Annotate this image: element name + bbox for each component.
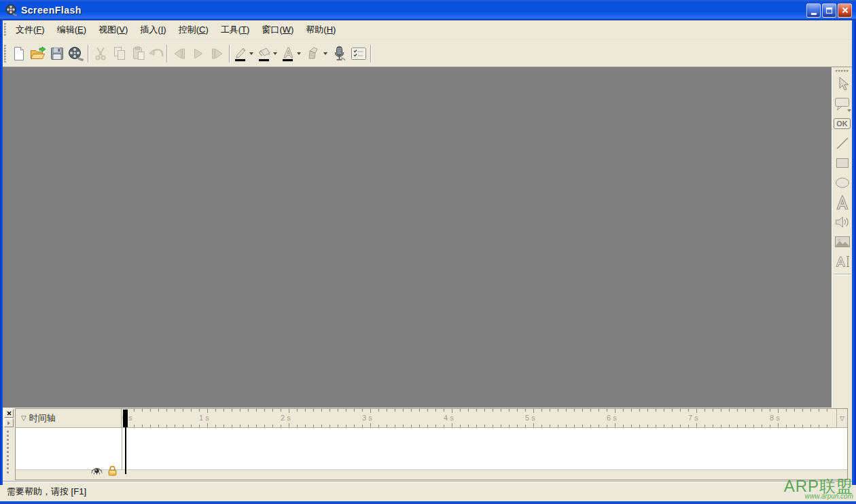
ruler-tick	[696, 423, 697, 427]
ruler-tick	[574, 409, 575, 412]
ruler-tick	[256, 409, 257, 412]
record-sound-button[interactable]	[330, 44, 349, 63]
timeline-grip-handle[interactable]	[7, 431, 10, 475]
menu-item-insert[interactable]: 插入(I)	[134, 21, 172, 39]
new-document-button[interactable]	[10, 44, 29, 63]
paste-button[interactable]	[129, 44, 148, 63]
undo-button[interactable]	[148, 44, 164, 63]
fill-color-icon	[256, 46, 272, 62]
fill-color-dropdown-icon[interactable]	[273, 52, 277, 55]
select-tool-button[interactable]	[834, 75, 851, 93]
collapse-triangle-icon[interactable]: ▽	[21, 414, 26, 422]
ruler-tick	[599, 409, 599, 412]
timeline-close-button[interactable]	[4, 409, 14, 418]
undo-icon	[148, 48, 164, 60]
ruler-tick	[721, 409, 721, 412]
ruler-tick	[329, 425, 330, 427]
toolbar-grip-handle[interactable]	[4, 45, 7, 62]
open-button[interactable]	[29, 44, 48, 63]
pen-color-dropdown-icon[interactable]	[249, 52, 253, 55]
ruler-tick	[232, 425, 232, 427]
quiz-form-button[interactable]	[349, 44, 368, 63]
save-button[interactable]	[48, 44, 67, 63]
font-color-icon	[281, 46, 296, 62]
ruler-tick	[819, 409, 819, 412]
playhead[interactable]	[123, 410, 128, 427]
ellipse-tool-button[interactable]	[834, 174, 851, 192]
menu-item-help[interactable]: 帮助(H)	[300, 21, 342, 39]
cut-button[interactable]	[91, 44, 110, 63]
font-color-dropdown-icon[interactable]	[297, 52, 301, 55]
title-bar[interactable]: ScreenFlash	[0, 0, 856, 20]
ruler-tick	[248, 409, 249, 412]
ruler-tick	[582, 409, 583, 412]
ruler-tick	[599, 425, 599, 427]
minimize-icon	[811, 13, 817, 15]
rectangle-tool-button[interactable]	[834, 154, 851, 172]
previous-frame-button[interactable]	[170, 44, 189, 63]
shape-style-dropdown-icon[interactable]	[323, 52, 327, 55]
ruler-tick	[313, 409, 314, 412]
export-movie-button[interactable]	[67, 44, 86, 63]
open-folder-icon	[30, 46, 46, 61]
ruler-tick	[281, 425, 281, 427]
pen-color-button[interactable]	[232, 44, 249, 63]
toolbar-separator	[88, 45, 89, 62]
ruler-tick	[476, 409, 477, 412]
menu-item-control[interactable]: 控制(C)	[173, 21, 215, 39]
ruler-tick	[387, 409, 387, 412]
timeline-ruler[interactable]: 0 s1 s2 s3 s4 s5 s6 s7 s8 s	[122, 409, 836, 427]
ruler-tick	[639, 409, 640, 412]
image-tool-button[interactable]	[834, 233, 851, 251]
palette-grip-handle[interactable]	[836, 70, 849, 73]
ruler-tick	[664, 425, 664, 427]
menu-item-view[interactable]: 视图(V)	[92, 21, 134, 39]
menu-item-file[interactable]: 文件(F)	[10, 21, 51, 39]
callout-tool-button[interactable]	[834, 95, 851, 113]
toolbar-separator	[370, 45, 372, 62]
menubar-grip-handle[interactable]	[4, 23, 7, 37]
close-button[interactable]	[838, 3, 852, 18]
ruler-tick	[248, 425, 249, 427]
ruler-options-button[interactable]: ▽	[836, 409, 847, 427]
fill-color-button[interactable]	[256, 44, 272, 63]
font-color-button[interactable]	[280, 44, 296, 63]
ruler-tick	[582, 425, 583, 427]
timeline-tracks-area[interactable]	[16, 428, 847, 470]
ruler-tick	[533, 423, 534, 427]
menu-item-edit[interactable]: 编辑(E)	[51, 21, 92, 39]
text-edit-icon	[834, 253, 851, 270]
text-tool-button[interactable]	[834, 194, 851, 211]
ruler-label: 4 s	[444, 414, 454, 422]
text-edit-tool-button[interactable]	[834, 253, 851, 270]
pen-color-icon	[233, 46, 248, 62]
main-toolbar	[3, 40, 852, 67]
ruler-tick	[517, 425, 518, 427]
shape-style-button[interactable]	[304, 44, 323, 63]
lock-icon[interactable]	[107, 465, 118, 476]
ruler-tick	[713, 409, 713, 412]
ruler-tick	[493, 409, 493, 412]
ruler-tick	[737, 409, 738, 412]
ok-button-tool-button[interactable]: OK	[834, 115, 851, 132]
play-button[interactable]	[189, 44, 208, 63]
menu-item-tools[interactable]: 工具(T)	[215, 21, 256, 39]
ruler-tick	[427, 409, 428, 412]
ruler-tick	[395, 425, 395, 427]
next-frame-button[interactable]	[208, 44, 227, 63]
sound-tool-button[interactable]	[834, 213, 851, 231]
copy-button[interactable]	[110, 44, 129, 63]
ok-button-icon: OK	[834, 118, 851, 129]
minimize-button[interactable]	[806, 3, 821, 18]
ruler-tick	[134, 409, 135, 412]
line-tool-button[interactable]	[834, 134, 851, 152]
timeline-expand-button[interactable]	[4, 418, 14, 427]
maximize-button[interactable]	[822, 3, 836, 18]
toolbar-separator	[229, 45, 230, 62]
stage-canvas[interactable]	[3, 67, 832, 408]
menu-item-window[interactable]: 窗口(W)	[255, 21, 300, 39]
timeline-title-cell[interactable]: ▽ 时间轴	[16, 409, 122, 427]
visibility-eye-icon[interactable]	[90, 467, 103, 475]
ruler-tick	[607, 409, 607, 412]
ruler-tick	[444, 409, 444, 412]
